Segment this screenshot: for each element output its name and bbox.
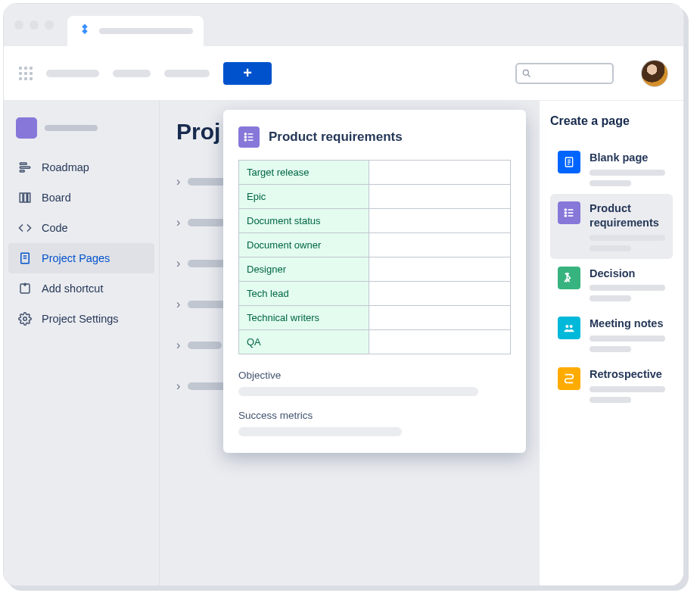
window-dot — [45, 20, 54, 30]
table-cell-label: Document status — [239, 209, 369, 233]
sidebar-item-label: Project Pages — [42, 252, 110, 264]
placeholder — [590, 386, 665, 392]
main-content: Proj › › › › › › — [160, 101, 540, 585]
rail-heading: Create a page — [550, 114, 673, 128]
section-heading-metrics: Success metrics — [238, 410, 511, 421]
chevron-right-icon: › — [176, 298, 180, 311]
pages-icon — [17, 251, 33, 266]
window-dot — [14, 20, 23, 30]
svg-point-29 — [565, 215, 566, 217]
window-controls — [14, 20, 54, 30]
table-cell-value — [369, 161, 511, 185]
svg-rect-3 — [20, 167, 30, 168]
table-cell-label: Target release — [239, 161, 369, 185]
nav-placeholder — [164, 70, 210, 77]
template-card[interactable]: Decision — [550, 259, 673, 310]
table-cell-label: Epic — [239, 185, 369, 209]
window-dot — [30, 20, 39, 30]
sidebar-item-label: Project Settings — [42, 313, 119, 325]
template-title: Meeting notes — [590, 317, 665, 331]
search-input[interactable] — [515, 63, 614, 84]
nav-placeholder — [46, 70, 99, 77]
svg-point-17 — [244, 136, 246, 138]
table-row: Epic — [239, 185, 511, 209]
template-card[interactable]: Retrospective — [550, 360, 673, 410]
svg-rect-4 — [20, 170, 24, 172]
template-title: Retrospective — [590, 367, 665, 382]
table-row: Tech lead — [239, 282, 511, 306]
placeholder — [590, 180, 631, 186]
template-title: Product requirements — [590, 201, 665, 230]
code-icon — [17, 220, 33, 236]
board-icon — [17, 190, 33, 205]
table-cell-value — [369, 330, 511, 354]
placeholder — [238, 427, 402, 436]
requirements-table: Target releaseEpicDocument statusDocumen… — [238, 160, 511, 354]
row-placeholder — [188, 382, 227, 390]
create-page-rail: Create a page Blank pageProduct requirem… — [540, 101, 683, 585]
template-title: Decision — [590, 267, 665, 281]
tab-title-placeholder — [99, 28, 193, 34]
section-heading-objective: Objective — [238, 370, 511, 381]
project-name-placeholder — [45, 125, 98, 131]
project-header[interactable] — [8, 113, 154, 152]
template-preview-popup: Product requirements Target releaseEpicD… — [223, 110, 526, 453]
sidebar-item-code[interactable]: Code — [8, 213, 154, 243]
nav-placeholder — [113, 70, 151, 77]
placeholder — [590, 285, 665, 291]
placeholder — [590, 346, 631, 352]
placeholder — [590, 245, 631, 251]
svg-point-14 — [23, 317, 27, 321]
chevron-right-icon: › — [176, 175, 180, 189]
chevron-right-icon: › — [176, 216, 180, 229]
create-button[interactable]: + — [223, 62, 272, 85]
template-title: Blank page — [590, 151, 665, 165]
placeholder — [590, 235, 665, 241]
table-cell-label: Tech lead — [239, 282, 369, 306]
sidebar-item-project-pages[interactable]: Project Pages — [8, 243, 154, 273]
table-cell-value — [369, 185, 511, 209]
table-cell-value — [369, 282, 511, 306]
svg-point-0 — [523, 70, 528, 75]
roadmap-icon — [17, 160, 33, 175]
template-card[interactable]: Blank page — [550, 143, 673, 194]
search-icon — [521, 68, 532, 79]
template-icon — [558, 317, 580, 339]
template-card[interactable]: Meeting notes — [550, 309, 673, 360]
sidebar-item-add-shortcut[interactable]: Add shortcut — [8, 273, 154, 304]
gear-icon — [17, 311, 33, 326]
svg-point-33 — [570, 325, 573, 328]
table-cell-label: Document owner — [239, 233, 369, 257]
placeholder — [238, 387, 478, 396]
sidebar-item-board[interactable]: Board — [8, 183, 154, 213]
list-icon — [238, 126, 260, 148]
template-icon — [558, 267, 580, 289]
sidebar-item-project-settings[interactable]: Project Settings — [8, 304, 154, 334]
template-icon — [558, 201, 580, 224]
table-row: QA — [239, 330, 511, 354]
browser-tab[interactable] — [67, 16, 204, 46]
table-cell-label: QA — [239, 330, 369, 354]
row-placeholder — [188, 342, 222, 349]
svg-point-15 — [244, 133, 246, 135]
svg-rect-7 — [28, 193, 30, 202]
user-avatar[interactable] — [641, 60, 668, 87]
table-row: Target release — [239, 161, 511, 185]
sidebar-item-label: Roadmap — [42, 161, 89, 173]
project-icon — [16, 117, 37, 139]
table-cell-label: Designer — [239, 257, 369, 282]
placeholder — [590, 295, 631, 301]
project-sidebar: Roadmap Board Code Project Pages — [4, 101, 160, 585]
table-row: Designer — [239, 257, 511, 282]
chevron-right-icon: › — [176, 257, 180, 270]
table-cell-value — [369, 209, 511, 233]
svg-point-27 — [565, 212, 566, 214]
svg-point-32 — [565, 325, 568, 328]
sidebar-item-label: Code — [42, 222, 68, 234]
add-shortcut-icon — [17, 281, 33, 296]
template-card[interactable]: Product requirements — [550, 194, 673, 259]
svg-rect-6 — [24, 193, 27, 202]
chevron-right-icon: › — [176, 339, 180, 352]
app-switcher-icon[interactable] — [19, 67, 33, 80]
sidebar-item-roadmap[interactable]: Roadmap — [8, 152, 154, 183]
